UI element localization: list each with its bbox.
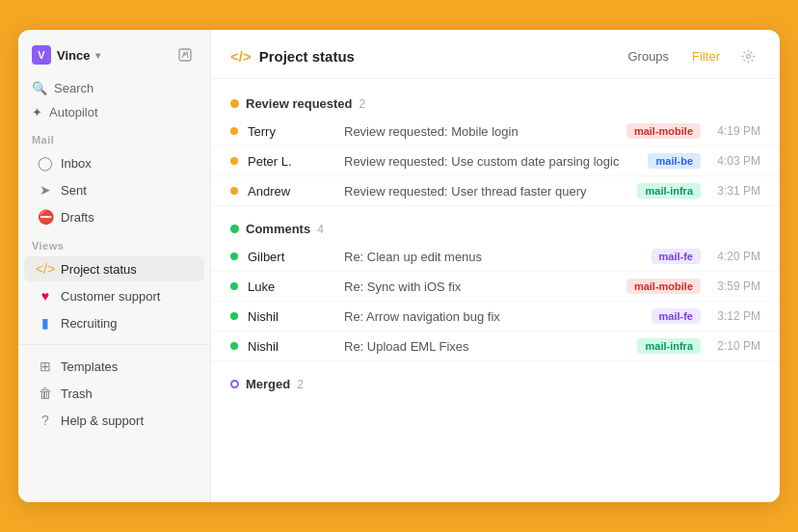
unread-dot [230, 127, 238, 135]
templates-icon: ⊞ [38, 359, 53, 374]
briefcase-icon: ▮ [38, 315, 53, 331]
email-time: 4:20 PM [710, 250, 760, 263]
sender-name: Nishil [248, 309, 334, 324]
sender-name: Terry [248, 124, 334, 139]
sidebar-item-recruiting[interactable]: ▮ Recruiting [24, 310, 204, 335]
autopilot-label: Autopilot [49, 105, 98, 120]
inbox-label: Inbox [61, 156, 92, 171]
unread-dot [230, 282, 238, 290]
sent-icon: ➤ [38, 182, 53, 198]
title-code-icon: </> [230, 48, 252, 65]
comments-section-label: Comments [246, 222, 310, 236]
section-merged: Merged 2 [211, 367, 780, 397]
email-tag: mail-fe [652, 308, 701, 324]
autopilot-item[interactable]: ✦ Autopilot [18, 100, 210, 124]
email-time: 2:10 PM [710, 339, 760, 353]
search-icon: 🔍 [32, 81, 47, 95]
email-row[interactable]: Peter L. Review requested: Use custom da… [211, 146, 780, 176]
sidebar-item-inbox[interactable]: ◯ Inbox [24, 150, 204, 175]
customer-support-label: Customer support [61, 289, 160, 304]
help-icon: ? [38, 412, 53, 428]
email-tag: mail-mobile [626, 123, 701, 139]
merged-section-count: 2 [297, 378, 304, 391]
email-time: 3:59 PM [710, 279, 760, 293]
sidebar-item-templates[interactable]: ⊞ Templates [24, 354, 204, 379]
section-dot-merged [230, 380, 239, 388]
app-window: V Vince ▾ 🔍 Search ✦ Autopilot Mail ◯ In… [18, 30, 780, 502]
email-subject: Re: Arrow navigation bug fix [344, 309, 642, 324]
unread-dot [230, 253, 238, 260]
review-section-count: 2 [359, 97, 366, 111]
search-label: Search [54, 81, 93, 95]
sidebar-item-customer-support[interactable]: ♥ Customer support [24, 283, 204, 308]
email-subject: Review requested: Mobile login [344, 124, 617, 139]
search-item[interactable]: 🔍 Search [18, 76, 210, 100]
drafts-icon: ⛔ [38, 209, 53, 225]
main-content: </> Project status Groups Filter Review … [211, 30, 780, 502]
templates-label: Templates [61, 359, 118, 374]
unread-dot [230, 187, 238, 195]
email-subject: Review requested: Use custom date parsin… [344, 154, 638, 169]
sidebar-item-help[interactable]: ? Help & support [24, 408, 204, 433]
email-tag: mail-infra [637, 183, 701, 199]
comments-section-count: 4 [317, 223, 324, 236]
section-review-requested: Review requested 2 [211, 87, 780, 117]
email-tag: mail-mobile [626, 279, 701, 294]
main-title: </> Project status [230, 48, 355, 65]
drafts-label: Drafts [61, 210, 94, 225]
sender-name: Luke [248, 279, 334, 294]
merged-section-label: Merged [246, 377, 290, 391]
user-menu[interactable]: V Vince ▾ [32, 45, 100, 65]
sidebar-item-drafts[interactable]: ⛔ Drafts [24, 204, 204, 229]
sender-name: Andrew [248, 184, 334, 199]
help-label: Help & support [61, 413, 144, 428]
trash-icon: 🗑 [38, 386, 53, 401]
section-comments: Comments 4 [211, 212, 780, 242]
email-list: Review requested 2 Terry Review requeste… [211, 79, 780, 502]
email-time: 4:19 PM [710, 124, 760, 138]
username-label: Vince [57, 48, 90, 63]
heart-icon: ♥ [38, 288, 53, 304]
sidebar-item-trash[interactable]: 🗑 Trash [24, 381, 204, 406]
email-tag: mail-infra [637, 338, 701, 354]
email-time: 4:03 PM [710, 154, 760, 168]
avatar: V [32, 45, 51, 65]
email-row[interactable]: Gilbert Re: Clean up edit menus mail-fe … [211, 242, 780, 272]
compose-button[interactable] [173, 43, 197, 66]
sender-name: Peter L. [248, 154, 334, 169]
sidebar-item-project-status[interactable]: </> Project status [24, 256, 204, 281]
section-dot-review [230, 99, 239, 108]
email-tag: mail-fe [652, 249, 701, 264]
chevron-down-icon: ▾ [95, 50, 100, 61]
autopilot-icon: ✦ [32, 105, 42, 120]
settings-button[interactable] [735, 43, 760, 68]
email-row[interactable]: Nishil Re: Upload EML Fixes mail-infra 2… [211, 332, 780, 361]
filter-button[interactable]: Filter [684, 45, 728, 67]
inbox-icon: ◯ [38, 155, 53, 171]
email-row[interactable]: Nishil Re: Arrow navigation bug fix mail… [211, 302, 780, 332]
unread-dot [230, 157, 238, 165]
main-header: </> Project status Groups Filter [211, 30, 780, 79]
email-row[interactable]: Terry Review requested: Mobile login mai… [211, 117, 780, 146]
email-time: 3:31 PM [710, 184, 760, 198]
email-subject: Review requested: User thread faster que… [344, 184, 627, 199]
project-status-label: Project status [61, 262, 137, 277]
views-section-label: Views [18, 230, 210, 255]
email-subject: Re: Sync with iOS fix [344, 279, 617, 294]
review-section-label: Review requested [246, 96, 353, 111]
email-tag: mail-be [648, 153, 701, 169]
sender-name: Nishil [248, 339, 334, 354]
email-row[interactable]: Andrew Review requested: User thread fas… [211, 176, 780, 206]
section-dot-comments [230, 225, 239, 233]
mail-section-label: Mail [18, 124, 210, 149]
groups-button[interactable]: Groups [620, 45, 677, 67]
header-actions: Groups Filter [620, 43, 760, 68]
sidebar-divider [18, 344, 210, 345]
unread-dot [230, 342, 238, 350]
sender-name: Gilbert [248, 250, 334, 264]
svg-point-1 [746, 54, 750, 58]
sidebar: V Vince ▾ 🔍 Search ✦ Autopilot Mail ◯ In… [18, 30, 211, 502]
sidebar-item-sent[interactable]: ➤ Sent [24, 177, 204, 202]
email-time: 3:12 PM [710, 309, 760, 323]
email-row[interactable]: Luke Re: Sync with iOS fix mail-mobile 3… [211, 272, 780, 302]
